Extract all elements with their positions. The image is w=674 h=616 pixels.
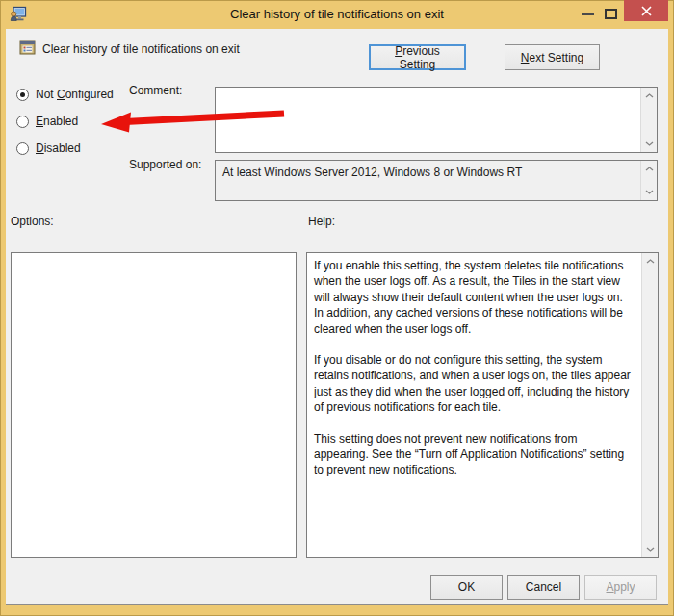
help-panel: If you enable this setting, the system d…	[306, 252, 659, 558]
scroll-up-icon[interactable]	[642, 254, 658, 269]
comment-textbox[interactable]	[215, 87, 658, 153]
titlebar: Clear history of tile notifications on e…	[0, 0, 674, 29]
dialog-window: Clear history of tile notifications on e…	[0, 0, 674, 616]
options-panel	[11, 252, 297, 558]
help-paragraph: This setting does not prevent new notifi…	[314, 431, 635, 478]
scroll-down-icon[interactable]	[642, 542, 658, 556]
setting-title: Clear history of tile notifications on e…	[42, 42, 240, 56]
help-scrollbar[interactable]	[641, 253, 658, 557]
supported-scrollbar[interactable]	[640, 161, 657, 200]
cancel-button[interactable]: Cancel	[507, 575, 580, 600]
supported-on-value: At least Windows Server 2012, Windows 8 …	[222, 166, 634, 179]
scroll-down-icon[interactable]	[641, 137, 657, 151]
help-paragraph: If you disable or do not configure this …	[314, 352, 635, 416]
comment-scrollbar[interactable]	[640, 88, 657, 152]
window-title: Clear history of tile notifications on e…	[0, 7, 674, 21]
maximize-icon[interactable]	[605, 9, 617, 19]
radio-not-configured[interactable]: Not Configured	[16, 88, 114, 101]
ok-button[interactable]: OK	[430, 575, 503, 600]
radio-label: Not Configured	[36, 88, 114, 101]
radio-enabled[interactable]: Enabled	[16, 115, 78, 128]
radio-circle[interactable]	[16, 142, 29, 155]
next-setting-button[interactable]: Next Setting	[505, 44, 600, 70]
scroll-up-icon[interactable]	[641, 162, 657, 176]
scroll-up-icon[interactable]	[641, 89, 657, 103]
minimize-icon[interactable]	[582, 13, 594, 15]
supported-on-label: Supported on:	[129, 158, 201, 171]
help-text: If you enable this setting, the system d…	[314, 258, 635, 494]
help-paragraph: If you enable this setting, the system d…	[314, 258, 635, 337]
previous-setting-button[interactable]: Previous Setting	[369, 44, 466, 70]
dialog-content: Clear history of tile notifications on e…	[6, 29, 668, 605]
apply-button: Apply	[584, 575, 657, 600]
supported-on-textbox: At least Windows Server 2012, Windows 8 …	[215, 160, 658, 201]
radio-disabled[interactable]: Disabled	[16, 141, 81, 155]
help-label: Help:	[308, 215, 335, 228]
radio-circle[interactable]	[16, 116, 29, 128]
policy-setting-icon	[19, 39, 36, 56]
close-icon[interactable]	[624, 0, 668, 21]
scroll-down-icon[interactable]	[641, 185, 657, 199]
comment-label: Comment:	[129, 84, 182, 97]
radio-circle-selected[interactable]	[16, 89, 29, 101]
options-label: Options:	[11, 215, 54, 228]
radio-label: Disabled	[36, 141, 81, 155]
radio-label: Enabled	[36, 115, 78, 128]
